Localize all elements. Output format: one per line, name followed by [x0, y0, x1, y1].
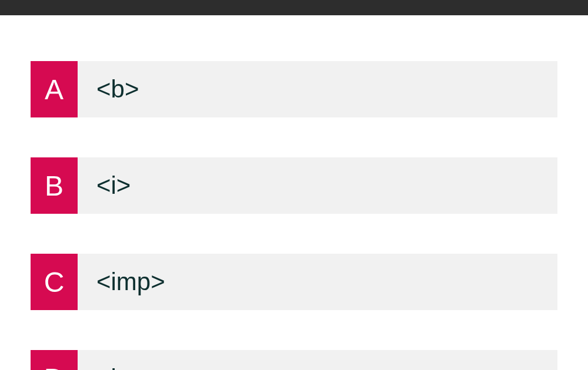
option-c[interactable]: C <imp> [31, 254, 557, 310]
option-letter-c: C [31, 254, 78, 310]
option-d[interactable]: D <important> [31, 350, 557, 370]
option-letter-d: D [31, 350, 78, 370]
option-letter-b: B [31, 157, 78, 214]
top-bar [0, 0, 588, 15]
option-text-d: <important> [78, 350, 557, 370]
option-letter-a: A [31, 61, 78, 117]
option-text-c: <imp> [78, 254, 557, 310]
option-b[interactable]: B <i> [31, 157, 557, 214]
option-a[interactable]: A <b> [31, 61, 557, 117]
option-text-a: <b> [78, 61, 557, 117]
option-text-b: <i> [78, 157, 557, 214]
quiz-options: A <b> B <i> C <imp> D <important> [0, 15, 588, 370]
